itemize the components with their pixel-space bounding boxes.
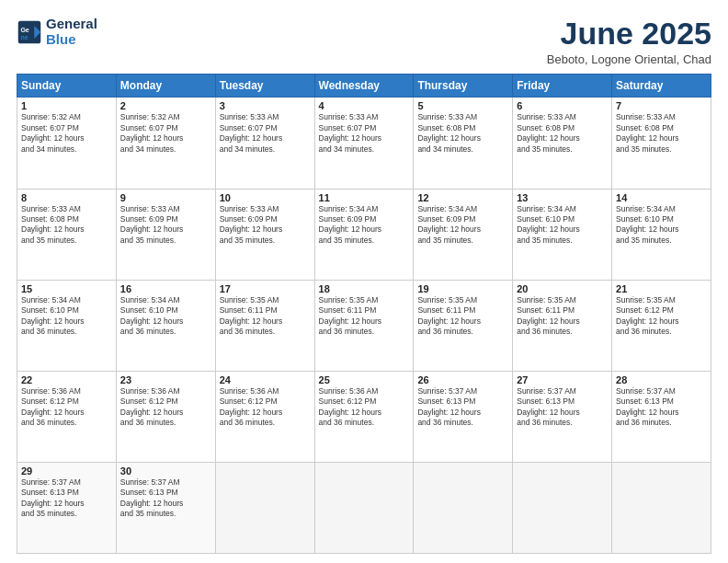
- day-number: 1: [21, 100, 112, 111]
- logo-text: General Blue: [46, 17, 97, 47]
- day-info: Sunrise: 5:33 AM Sunset: 6:07 PM Dayligh…: [319, 112, 410, 155]
- day-info: Sunrise: 5:37 AM Sunset: 6:13 PM Dayligh…: [517, 386, 608, 429]
- day-info: Sunrise: 5:35 AM Sunset: 6:11 PM Dayligh…: [220, 295, 311, 338]
- day-info: Sunrise: 5:33 AM Sunset: 6:08 PM Dayligh…: [616, 112, 707, 155]
- calendar-cell: 23Sunrise: 5:36 AM Sunset: 6:12 PM Dayli…: [116, 371, 215, 462]
- day-number: 29: [21, 465, 112, 477]
- day-number: 18: [319, 283, 410, 294]
- day-info: Sunrise: 5:34 AM Sunset: 6:10 PM Dayligh…: [120, 295, 211, 338]
- calendar-cell: [314, 462, 414, 553]
- col-header-monday: Monday: [116, 75, 215, 98]
- day-info: Sunrise: 5:33 AM Sunset: 6:08 PM Dayligh…: [21, 204, 112, 247]
- day-number: 14: [616, 192, 707, 203]
- calendar-header-row: SundayMondayTuesdayWednesdayThursdayFrid…: [17, 75, 711, 98]
- logo-line2: Blue: [46, 32, 97, 48]
- calendar-week-row: 1Sunrise: 5:32 AM Sunset: 6:07 PM Daylig…: [17, 98, 711, 189]
- calendar-cell: 18Sunrise: 5:35 AM Sunset: 6:11 PM Dayli…: [314, 280, 414, 371]
- col-header-sunday: Sunday: [17, 75, 117, 98]
- calendar-cell: [612, 462, 711, 553]
- day-number: 25: [319, 374, 410, 385]
- calendar-cell: 14Sunrise: 5:34 AM Sunset: 6:10 PM Dayli…: [612, 189, 711, 280]
- day-number: 20: [517, 283, 608, 294]
- calendar-cell: 9Sunrise: 5:33 AM Sunset: 6:09 PM Daylig…: [116, 189, 215, 280]
- col-header-wednesday: Wednesday: [314, 75, 414, 98]
- calendar-cell: 17Sunrise: 5:35 AM Sunset: 6:11 PM Dayli…: [215, 280, 314, 371]
- day-number: 7: [616, 100, 707, 111]
- day-number: 19: [417, 283, 508, 294]
- calendar-cell: [215, 462, 314, 553]
- day-number: 10: [220, 192, 311, 203]
- day-info: Sunrise: 5:33 AM Sunset: 6:07 PM Dayligh…: [220, 112, 311, 155]
- calendar-cell: 22Sunrise: 5:36 AM Sunset: 6:12 PM Dayli…: [17, 371, 117, 462]
- day-number: 11: [319, 192, 410, 203]
- calendar-cell: 2Sunrise: 5:32 AM Sunset: 6:07 PM Daylig…: [116, 98, 215, 189]
- calendar-cell: 6Sunrise: 5:33 AM Sunset: 6:08 PM Daylig…: [513, 98, 612, 189]
- calendar-table: SundayMondayTuesdayWednesdayThursdayFrid…: [17, 74, 711, 554]
- day-info: Sunrise: 5:33 AM Sunset: 6:09 PM Dayligh…: [220, 204, 311, 247]
- calendar-cell: 21Sunrise: 5:35 AM Sunset: 6:12 PM Dayli…: [612, 280, 711, 371]
- day-number: 15: [21, 283, 112, 294]
- day-number: 6: [517, 100, 608, 111]
- day-info: Sunrise: 5:33 AM Sunset: 6:09 PM Dayligh…: [120, 204, 211, 247]
- day-number: 9: [120, 192, 211, 203]
- calendar-cell: 8Sunrise: 5:33 AM Sunset: 6:08 PM Daylig…: [17, 189, 117, 280]
- calendar-week-row: 15Sunrise: 5:34 AM Sunset: 6:10 PM Dayli…: [17, 280, 711, 371]
- day-info: Sunrise: 5:32 AM Sunset: 6:07 PM Dayligh…: [21, 112, 112, 155]
- header: Ge ne General Blue June 2025 Beboto, Log…: [17, 17, 711, 66]
- location-subtitle: Beboto, Logone Oriental, Chad: [547, 52, 711, 66]
- day-info: Sunrise: 5:37 AM Sunset: 6:13 PM Dayligh…: [616, 386, 707, 429]
- calendar-cell: 30Sunrise: 5:37 AM Sunset: 6:13 PM Dayli…: [116, 462, 215, 553]
- day-info: Sunrise: 5:34 AM Sunset: 6:10 PM Dayligh…: [21, 295, 112, 338]
- calendar-cell: 4Sunrise: 5:33 AM Sunset: 6:07 PM Daylig…: [314, 98, 414, 189]
- day-info: Sunrise: 5:35 AM Sunset: 6:12 PM Dayligh…: [616, 295, 707, 338]
- day-info: Sunrise: 5:37 AM Sunset: 6:13 PM Dayligh…: [120, 477, 211, 520]
- calendar-cell: 20Sunrise: 5:35 AM Sunset: 6:11 PM Dayli…: [513, 280, 612, 371]
- day-info: Sunrise: 5:32 AM Sunset: 6:07 PM Dayligh…: [120, 112, 211, 155]
- calendar-cell: 15Sunrise: 5:34 AM Sunset: 6:10 PM Dayli…: [17, 280, 117, 371]
- day-number: 2: [120, 100, 211, 111]
- col-header-tuesday: Tuesday: [215, 75, 314, 98]
- day-info: Sunrise: 5:35 AM Sunset: 6:11 PM Dayligh…: [417, 295, 508, 338]
- day-number: 17: [220, 283, 311, 294]
- day-info: Sunrise: 5:34 AM Sunset: 6:10 PM Dayligh…: [616, 204, 707, 247]
- svg-text:Ge: Ge: [20, 27, 28, 33]
- day-number: 27: [517, 374, 608, 385]
- month-title: June 2025: [547, 17, 711, 51]
- calendar-cell: 19Sunrise: 5:35 AM Sunset: 6:11 PM Dayli…: [414, 280, 513, 371]
- day-number: 23: [120, 374, 211, 385]
- calendar-week-row: 8Sunrise: 5:33 AM Sunset: 6:08 PM Daylig…: [17, 189, 711, 280]
- day-number: 4: [319, 100, 410, 111]
- day-number: 22: [21, 374, 112, 385]
- day-info: Sunrise: 5:33 AM Sunset: 6:08 PM Dayligh…: [517, 112, 608, 155]
- day-number: 12: [417, 192, 508, 203]
- day-number: 13: [517, 192, 608, 203]
- calendar-cell: 28Sunrise: 5:37 AM Sunset: 6:13 PM Dayli…: [612, 371, 711, 462]
- calendar-cell: 29Sunrise: 5:37 AM Sunset: 6:13 PM Dayli…: [17, 462, 117, 553]
- calendar-cell: 11Sunrise: 5:34 AM Sunset: 6:09 PM Dayli…: [314, 189, 414, 280]
- day-number: 16: [120, 283, 211, 294]
- calendar-cell: 1Sunrise: 5:32 AM Sunset: 6:07 PM Daylig…: [17, 98, 117, 189]
- calendar-cell: 5Sunrise: 5:33 AM Sunset: 6:08 PM Daylig…: [414, 98, 513, 189]
- calendar-cell: 27Sunrise: 5:37 AM Sunset: 6:13 PM Dayli…: [513, 371, 612, 462]
- title-block: June 2025 Beboto, Logone Oriental, Chad: [547, 17, 711, 66]
- day-number: 26: [417, 374, 508, 385]
- calendar-cell: 3Sunrise: 5:33 AM Sunset: 6:07 PM Daylig…: [215, 98, 314, 189]
- day-number: 5: [417, 100, 508, 111]
- col-header-thursday: Thursday: [414, 75, 513, 98]
- logo: Ge ne General Blue: [17, 17, 97, 47]
- day-number: 30: [120, 465, 211, 477]
- day-info: Sunrise: 5:35 AM Sunset: 6:11 PM Dayligh…: [319, 295, 410, 338]
- day-info: Sunrise: 5:34 AM Sunset: 6:10 PM Dayligh…: [517, 204, 608, 247]
- calendar-cell: [513, 462, 612, 553]
- day-number: 24: [220, 374, 311, 385]
- day-info: Sunrise: 5:33 AM Sunset: 6:08 PM Dayligh…: [417, 112, 508, 155]
- calendar-week-row: 22Sunrise: 5:36 AM Sunset: 6:12 PM Dayli…: [17, 371, 711, 462]
- logo-line1: General: [46, 17, 97, 32]
- day-number: 8: [21, 192, 112, 203]
- day-info: Sunrise: 5:34 AM Sunset: 6:09 PM Dayligh…: [417, 204, 508, 247]
- logo-icon: Ge ne: [17, 19, 42, 45]
- svg-text:ne: ne: [20, 33, 28, 40]
- day-number: 21: [616, 283, 707, 294]
- calendar-cell: 16Sunrise: 5:34 AM Sunset: 6:10 PM Dayli…: [116, 280, 215, 371]
- day-info: Sunrise: 5:34 AM Sunset: 6:09 PM Dayligh…: [319, 204, 410, 247]
